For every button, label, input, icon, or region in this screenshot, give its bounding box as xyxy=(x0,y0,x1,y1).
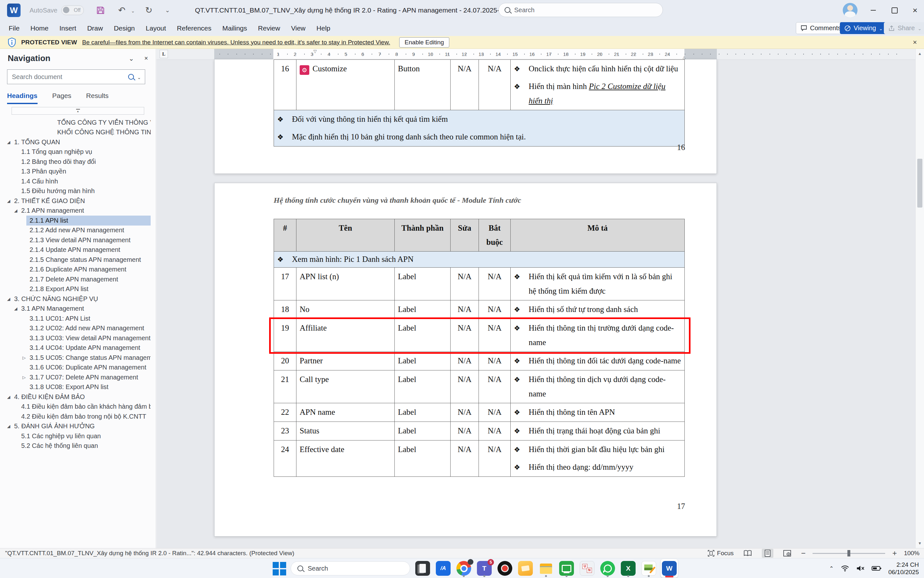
read-mode-button[interactable] xyxy=(741,549,755,557)
tab-selector[interactable]: L xyxy=(160,50,168,58)
taskbar-search-input[interactable]: Search xyxy=(291,561,410,575)
excel-taskbar-button[interactable]: X xyxy=(619,559,637,578)
web-layout-button[interactable] xyxy=(780,549,794,557)
tab-draw[interactable]: Draw xyxy=(81,21,108,36)
volume-muted-icon[interactable] xyxy=(856,565,865,572)
nav-heading-item[interactable]: 5.1 Các nghiệp vụ liên quan xyxy=(0,431,151,441)
nav-tab-pages[interactable]: Pages xyxy=(52,92,71,104)
nav-heading-item[interactable]: 2.1.4 Update APN management xyxy=(0,245,151,255)
banner-close-icon[interactable]: × xyxy=(913,38,917,47)
tree-expanded-icon[interactable]: ◢ xyxy=(14,208,21,213)
nav-heading-item[interactable]: ◢4. ĐIỀU KIỆN ĐẢM BẢO xyxy=(0,392,151,402)
nav-tab-results[interactable]: Results xyxy=(86,92,109,104)
tab-file[interactable]: File xyxy=(3,21,25,36)
tab-home[interactable]: Home xyxy=(25,21,54,36)
share-button[interactable]: Share ⌄ xyxy=(884,22,924,34)
nav-heading-item[interactable]: 3.1.6 UC06: Duplicate APN management xyxy=(0,363,151,373)
autosave-control[interactable]: AutoSave Off xyxy=(29,0,84,21)
nav-heading-item[interactable]: 1.2 Bảng theo dõi thay đổi xyxy=(0,157,151,167)
tree-expanded-icon[interactable]: ◢ xyxy=(14,306,21,311)
nav-heading-item[interactable]: 1.1 Tổng quan nghiệp vụ xyxy=(0,147,151,157)
minimize-button[interactable] xyxy=(866,0,881,21)
tree-collapsed-icon[interactable]: ▷ xyxy=(23,356,29,360)
notepad-app-taskbar-button[interactable] xyxy=(414,559,431,578)
zoom-level[interactable]: 100% xyxy=(904,550,919,557)
nav-heading-item[interactable]: TỔNG CÔNG TY VIỄN THÔNG VI... xyxy=(0,118,151,128)
nav-tab-headings[interactable]: Headings xyxy=(7,92,37,104)
nav-heading-item[interactable]: 1.3 Phân quyền xyxy=(0,167,151,177)
nav-heading-item[interactable]: 2.1.3 View detail APN management xyxy=(0,235,151,245)
nav-heading-item[interactable]: ◢2.1 APN management xyxy=(0,206,151,216)
nav-heading-item[interactable]: 3.1.8 UC08: Export APN list xyxy=(0,382,151,392)
maximize-button[interactable] xyxy=(887,0,902,21)
whatsapp-taskbar-button[interactable] xyxy=(599,559,616,578)
nav-heading-item[interactable]: 4.1 Điều kiện đảm bảo cần khách hàng đảm… xyxy=(0,402,151,412)
tab-references[interactable]: References xyxy=(172,21,217,36)
tray-expand-icon[interactable]: ⌃ xyxy=(829,565,834,572)
tab-design[interactable]: Design xyxy=(108,21,140,36)
scroll-down-icon[interactable]: ▼ xyxy=(916,541,924,546)
tab-view[interactable]: View xyxy=(285,21,311,36)
print-layout-button[interactable] xyxy=(762,549,773,558)
screen-recorder-taskbar-button[interactable] xyxy=(496,559,514,578)
nav-heading-item[interactable]: 2.1.5 Change status APN management xyxy=(0,255,151,265)
battery-icon[interactable] xyxy=(872,565,881,571)
nav-heading-item[interactable]: 5.2 Các hệ thống liên quan xyxy=(0,441,151,451)
tab-layout[interactable]: Layout xyxy=(140,21,172,36)
nav-heading-item[interactable]: 2.1.8 Export APN list xyxy=(0,284,151,294)
nav-heading-item[interactable]: 3.1.3 UC03: View detail APN management xyxy=(0,333,151,343)
document-search-input[interactable]: Search document ⌄ xyxy=(7,70,145,84)
tree-expanded-icon[interactable]: ◢ xyxy=(7,424,14,429)
search-dropdown-icon[interactable]: ⌄ xyxy=(137,75,141,80)
nav-heading-item[interactable]: 4.2 Điều kiện đảm bảo trong nội bộ K.CNT… xyxy=(0,412,151,422)
document-canvas[interactable]: 123456789101112131415161718192021222324 … xyxy=(156,49,924,548)
wifi-icon[interactable] xyxy=(841,565,849,572)
tab-review[interactable]: Review xyxy=(253,21,285,36)
navigation-options-icon[interactable]: ⌄ xyxy=(129,55,134,62)
nav-heading-item[interactable]: 2.1.7 Delete APN management xyxy=(0,274,151,284)
nav-heading-item[interactable]: ◢5. ĐÁNH GIÁ ẢNH HƯỞNG xyxy=(0,422,151,432)
tree-expanded-icon[interactable]: ◢ xyxy=(7,198,14,203)
ia-app-taskbar-button[interactable]: /A xyxy=(434,559,452,578)
nav-heading-item[interactable]: ◢3. CHỨC NĂNG NGHIỆP VỤ xyxy=(0,294,151,304)
document-page-2[interactable]: Hệ thống tính cước chuyển vùng và thanh … xyxy=(214,183,717,537)
tree-collapsed-icon[interactable]: ▷ xyxy=(23,375,29,380)
nav-heading-item[interactable]: 3.1.2 UC02: Add new APN management xyxy=(0,323,151,333)
nav-heading-item[interactable]: ◢1. TỔNG QUAN xyxy=(0,137,151,147)
file-explorer-taskbar-button[interactable] xyxy=(537,559,554,578)
titlebar-search-input[interactable]: Search xyxy=(498,3,663,17)
tab-help[interactable]: Help xyxy=(311,21,336,36)
undo-dropdown-icon[interactable]: ⌄ xyxy=(131,8,135,13)
tab-mailings[interactable]: Mailings xyxy=(217,21,253,36)
unikey-taskbar-button[interactable] xyxy=(579,559,596,578)
tree-expanded-icon[interactable]: ◢ xyxy=(7,140,14,144)
nav-heading-item[interactable]: KHỐI CÔNG NGHỆ THÔNG TIN xyxy=(0,128,151,138)
tree-expanded-icon[interactable]: ◢ xyxy=(7,297,14,301)
start-button[interactable] xyxy=(271,561,287,576)
vertical-scrollbar[interactable]: ▲ ▼ xyxy=(915,49,924,548)
enable-editing-button[interactable]: Enable Editing xyxy=(399,37,450,47)
scrollbar-thumb[interactable] xyxy=(917,159,922,208)
nav-heading-item[interactable]: ▷3.1.5 UC05: Change status APN managemen… xyxy=(0,353,151,363)
quick-access-more-icon[interactable]: ⌄ xyxy=(165,7,170,14)
zoom-out-button[interactable]: − xyxy=(801,549,806,558)
protected-view-message[interactable]: Be careful—files from the Internet can c… xyxy=(82,39,390,46)
focus-mode-button[interactable]: Focus xyxy=(708,550,734,557)
nav-heading-item[interactable]: 2.1.2 Add new APN management xyxy=(0,226,151,235)
nav-heading-item[interactable]: 2.1.6 Duplicate APN management xyxy=(0,265,151,275)
zoom-slider[interactable] xyxy=(812,553,885,554)
tab-insert[interactable]: Insert xyxy=(54,21,82,36)
nav-heading-item[interactable]: ◢3.1 APN Management xyxy=(0,304,151,314)
scroll-up-icon[interactable]: ▲ xyxy=(916,51,924,56)
zoom-slider-thumb[interactable] xyxy=(848,550,851,557)
redo-button[interactable]: ↻ xyxy=(145,0,152,21)
word-taskbar-taskbar-button[interactable]: W xyxy=(661,559,678,578)
save-button[interactable] xyxy=(96,0,105,21)
nav-heading-item[interactable]: 3.1.1 UC01: APN List xyxy=(0,313,151,323)
orange-folder-taskbar-button[interactable] xyxy=(517,559,534,578)
comments-button[interactable]: Comments xyxy=(796,22,846,34)
right-indent-marker[interactable]: △ xyxy=(683,55,686,59)
nav-heading-item[interactable]: 3.1.4 UC04: Update APN management xyxy=(0,343,151,353)
collapse-all-bar[interactable]: ▴ xyxy=(11,107,144,115)
chrome-taskbar-button[interactable] xyxy=(455,559,472,578)
